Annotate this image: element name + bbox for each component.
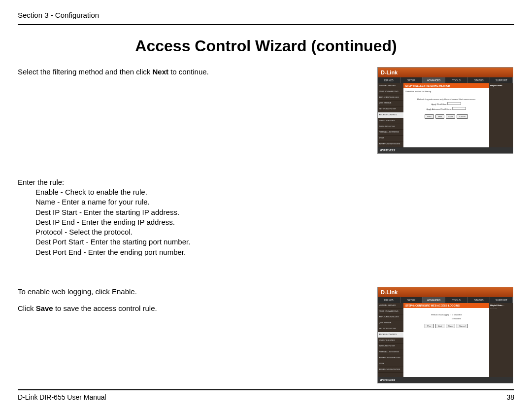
side-qos[interactable]: QOS ENGINE (378, 320, 403, 326)
page-title: Access Control Wizard (continued) (18, 37, 514, 55)
side-qos[interactable]: QOS ENGINE (378, 101, 403, 106)
side-app-rules[interactable]: APPLICATION RULES (378, 95, 403, 101)
footer-left: D-Link DIR-655 User Manual (18, 393, 106, 401)
next-button[interactable]: Next (435, 114, 444, 119)
tab-status[interactable]: STATUS (468, 77, 491, 83)
rule-dip-start: Dest IP Start - Enter the starting IP ad… (35, 207, 244, 217)
click-save: Click Save to save the access control ru… (18, 304, 244, 313)
apply-web-label: Apply Web Filter : (432, 103, 447, 105)
side-virtual-server[interactable]: VIRTUAL SERVER (378, 303, 403, 309)
helpful-hints: Helpful Hints… ··· ···· ···· (489, 83, 513, 147)
side-net-filter[interactable]: NETWORK FILTER (378, 106, 403, 112)
nav-tabs: DIR-655 SETUP ADVANCED TOOLS STATUS SUPP… (378, 297, 513, 303)
rule-name: Name - Enter a name for your rule. (35, 197, 244, 207)
hints-title: Helpful Hints… (490, 84, 512, 87)
screenshot-step6: D-Link DIR-655 SETUP ADVANCED TOOLS STAT… (377, 287, 513, 383)
side-firewall[interactable]: FIREWALL SETTINGS (378, 349, 403, 355)
model-cell: DIR-655 (378, 77, 400, 83)
tab-tools[interactable]: TOOLS (445, 297, 468, 303)
text: Select the filtering method and then cli… (18, 68, 153, 76)
sidebar: VIRTUAL SERVER PORT FORWARDING APPLICATI… (378, 83, 403, 147)
rule-dport-end: Dest Port End - Enter the ending port nu… (35, 247, 244, 257)
tab-setup[interactable]: SETUP (400, 297, 423, 303)
cancel-button[interactable]: Cancel (457, 114, 467, 119)
side-website-filter[interactable]: WEBSITE FILTER (378, 118, 403, 124)
side-app-rules[interactable]: APPLICATION RULES (378, 314, 403, 320)
brand-bar: D-Link (378, 287, 513, 297)
side-adv-wireless[interactable]: ADVANCED WIRELESS (378, 355, 403, 361)
enter-rule-lead: Enter the rule: (18, 177, 244, 187)
prev-button[interactable]: Prev (425, 324, 433, 328)
block-filter-method: Select the filtering method and then cli… (18, 67, 514, 154)
bold-save: Save (36, 304, 53, 312)
step6-title: STEP 6: CONFIGURE WEB ACCESS LOGGING (403, 303, 489, 308)
sidebar: VIRTUAL SERVER PORT FORWARDING APPLICATI… (378, 303, 403, 377)
tab-advanced[interactable]: ADVANCED (423, 297, 445, 303)
step4-title: STEP 4: SELECT FILTERING METHOD (403, 83, 489, 88)
tab-support[interactable]: SUPPORT (490, 77, 513, 83)
opt-enabled[interactable]: Enabled (453, 317, 461, 320)
next-button[interactable]: Next (435, 324, 444, 328)
cancel-button[interactable]: Cancel (457, 324, 467, 328)
tab-status[interactable]: STATUS (468, 297, 491, 303)
wireless-footer: WIRELESS (378, 147, 513, 153)
apply-adv-label: Apply Advanced Port Filters : (427, 108, 452, 110)
side-net-filter[interactable]: NETWORK FILTER (378, 326, 403, 332)
tab-advanced[interactable]: ADVANCED (423, 77, 445, 83)
brand-bar: D-Link (378, 68, 513, 77)
side-adv-network[interactable]: ADVANCED NETWORK (378, 367, 403, 373)
footer-page-number: 38 (506, 393, 514, 401)
side-adv-network[interactable]: ADVANCED NETWORK (378, 141, 403, 147)
screenshot-step4: D-Link DIR-655 SETUP ADVANCED TOOLS STAT… (377, 67, 513, 154)
save-button[interactable]: Save (446, 324, 455, 328)
text: to continue. (168, 68, 209, 76)
tab-tools[interactable]: TOOLS (445, 77, 468, 83)
side-firewall[interactable]: FIREWALL SETTINGS (378, 130, 403, 136)
block-enter-rule: Enter the rule: Enable - Check to enable… (18, 177, 514, 257)
apply-adv-select[interactable] (452, 107, 466, 110)
wizard-main: STEP 4: SELECT FILTERING METHOD Select t… (403, 83, 489, 147)
opt-disabled[interactable]: Disabled (454, 313, 462, 316)
method-label: Method : (417, 98, 425, 101)
bold-next: Next (153, 68, 169, 76)
rule-enable: Enable - Check to enable the rule. (35, 187, 244, 197)
header-rule (18, 24, 514, 25)
page-footer: D-Link DIR-655 User Manual 38 (18, 389, 514, 401)
side-inbound-filter[interactable]: INBOUND FILTER (378, 124, 403, 130)
enable-logging: To enable web logging, click Enable. (18, 287, 244, 297)
helpful-hints: Helpful Hints… ··· ···· ···· (489, 303, 513, 377)
text: to save the access control rule. (53, 304, 157, 312)
model-cell: DIR-655 (378, 297, 400, 303)
wizard-main: STEP 6: CONFIGURE WEB ACCESS LOGGING Web… (403, 303, 489, 377)
side-access-control[interactable]: ACCESS CONTROL (378, 112, 403, 118)
instruction-filter: Select the filtering method and then cli… (18, 67, 244, 77)
tab-support[interactable]: SUPPORT (490, 297, 513, 303)
tab-setup[interactable]: SETUP (400, 77, 423, 83)
block-web-logging: To enable web logging, click Enable. Cli… (18, 287, 514, 383)
rule-protocol: Protocol - Select the protocol. (35, 227, 244, 237)
method-options[interactable]: Log web access only Block all access Blo… (425, 98, 475, 101)
save-button[interactable]: Save (446, 114, 455, 119)
side-port-forward[interactable]: PORT FORWARDING (378, 309, 403, 315)
side-inbound-filter[interactable]: INBOUND FILTER (378, 343, 403, 349)
apply-web-select[interactable] (447, 102, 461, 105)
step4-sub: Select the method for filtering. (403, 88, 489, 95)
wireless-footer: WIRELESS (378, 377, 513, 383)
web-logging-label: Web Access Logging : (431, 313, 451, 316)
rule-dip-end: Dest IP End - Enter the ending IP addres… (35, 217, 244, 227)
text: Click (18, 304, 36, 312)
side-wish[interactable]: WISH (378, 136, 403, 141)
side-wish[interactable]: WISH (378, 361, 403, 367)
side-access-control[interactable]: ACCESS CONTROL (378, 332, 403, 338)
side-port-forward[interactable]: PORT FORWARDING (378, 89, 403, 95)
side-website-filter[interactable]: WEBSITE FILTER (378, 338, 403, 344)
side-virtual-server[interactable]: VIRTUAL SERVER (378, 83, 403, 89)
nav-tabs: DIR-655 SETUP ADVANCED TOOLS STATUS SUPP… (378, 77, 513, 83)
prev-button[interactable]: Prev (425, 114, 433, 119)
rule-dport-start: Dest Port Start - Enter the starting por… (35, 237, 244, 247)
section-header: Section 3 - Configuration (18, 11, 514, 21)
hints-title: Helpful Hints… (490, 304, 512, 307)
